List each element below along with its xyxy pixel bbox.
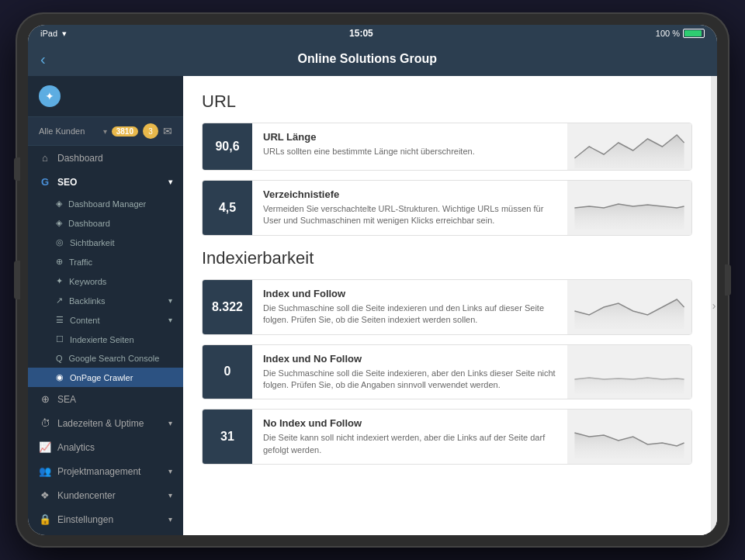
url-laenge-info: URL Länge URLs sollten eine bestimmte Lä… — [252, 123, 567, 170]
content-icon: ☰ — [56, 315, 64, 325]
index-follow-desc: Die Suchmaschine soll die Seite indexier… — [263, 302, 556, 327]
mail-icon[interactable]: ✉ — [163, 125, 172, 137]
sidebar-item-keywords[interactable]: ✦ Keywords — [28, 271, 183, 291]
ipad-frame: iPad ▾ 15:05 100 % ‹ Online Solutions Gr… — [16, 12, 729, 548]
index-nofollow-title: Index und No Follow — [263, 353, 556, 365]
kunden-chevron: ▾ — [168, 491, 172, 500]
sidebar-item-sichtbarkeit[interactable]: ◎ Sichtbarkeit — [28, 233, 183, 252]
traffic-icon: ⊕ — [56, 257, 63, 267]
sidebar-item-analytics[interactable]: 📈 Analytics — [28, 435, 183, 459]
sidebar-item-dashboard-manager[interactable]: ◈ Dashboard Manager — [28, 194, 183, 213]
dropdown-arrow: ▾ — [103, 127, 107, 136]
customer-selector[interactable]: Alle Kunden ▾ 3810 3 ✉ — [28, 117, 183, 146]
projekt-chevron: ▾ — [168, 467, 172, 475]
analytics-icon: 📈 — [39, 441, 51, 453]
sidebar-item-backlinks[interactable]: ↗ Backlinks ▾ — [28, 291, 183, 310]
index-nofollow-desc: Die Suchmaschine soll die Seite indexier… — [263, 368, 556, 392]
seo-icon: G — [39, 176, 51, 188]
indexierbarkeit-section-title: Indexierbarkeit — [202, 248, 692, 268]
sidebar-label-traffic: Traffic — [69, 258, 92, 267]
sidebar-item-traffic[interactable]: ⊕ Traffic — [28, 252, 183, 271]
sidebar-item-sea[interactable]: ⊕ SEA — [28, 387, 183, 411]
right-panel-handle[interactable] — [711, 76, 717, 535]
google-icon: Q — [56, 354, 63, 363]
onpage-icon: ◉ — [56, 372, 64, 382]
volume-button-2 — [14, 157, 20, 181]
sea-icon: ⊕ — [39, 393, 51, 405]
status-left: iPad ▾ — [40, 29, 67, 39]
back-button[interactable]: ‹ — [40, 50, 46, 68]
noindex-follow-score: 31 — [203, 410, 252, 464]
svg-marker-0 — [574, 135, 684, 168]
seo-chevron: ▾ — [168, 178, 172, 186]
main-area: ✦ Alle Kunden ▾ 3810 3 ✉ ⌂ Dashboard — [28, 76, 717, 535]
dashboard-manager-icon: ◈ — [56, 199, 62, 209]
svg-marker-3 — [574, 378, 684, 393]
sichtbarkeit-icon: ◎ — [56, 237, 64, 247]
ladezeiten-icon: ⏱ — [39, 417, 51, 429]
verzeichnistiefe-score: 4,5 — [203, 181, 252, 235]
metric-card-index-follow: 8.322 Index und Follow Die Suchmaschine … — [202, 279, 692, 335]
volume-button — [14, 261, 20, 299]
index-follow-info: Index und Follow Die Suchmaschine soll d… — [252, 280, 567, 334]
url-laenge-desc: URLs sollten eine bestimmte Länge nicht … — [263, 146, 556, 157]
sidebar-item-seo[interactable]: G SEO ▾ — [28, 170, 183, 194]
content-inner: URL 90,6 URL Länge URLs sollten eine bes… — [183, 76, 711, 535]
index-follow-chart — [567, 280, 691, 334]
sidebar-item-kundencenter[interactable]: ❖ Kundencenter ▾ — [28, 483, 183, 507]
verzeichnistiefe-desc: Vermeiden Sie verschachtelte URL-Struktu… — [263, 203, 556, 227]
einstellungen-chevron: ▾ — [168, 515, 172, 524]
sidebar-item-indexierte[interactable]: ☐ Indexierte Seiten — [28, 330, 183, 349]
sidebar-item-dashboard[interactable]: ⌂ Dashboard — [28, 146, 183, 170]
sidebar-label-kunden: Kundencenter — [57, 490, 116, 501]
sidebar-label-content: Content — [70, 316, 100, 325]
sidebar-item-onpage[interactable]: ◉ OnPage Crawler — [28, 368, 183, 387]
backlinks-icon: ↗ — [56, 296, 63, 306]
sidebar-label-dashboard: Dashboard — [57, 153, 103, 164]
noindex-follow-info: No Index und Follow Die Seite kann soll … — [252, 410, 567, 464]
sidebar-label-dashboard-sub: Dashboard — [68, 219, 110, 228]
sidebar-item-projektmanagement[interactable]: 👥 Projektmanagement ▾ — [28, 459, 183, 483]
url-laenge-score: 90,6 — [203, 123, 252, 170]
ipad-screen: iPad ▾ 15:05 100 % ‹ Online Solutions Gr… — [28, 25, 717, 535]
index-nofollow-info: Index und No Follow Die Suchmaschine sol… — [252, 345, 567, 399]
battery-indicator — [683, 29, 705, 38]
dashboard-icon: ⌂ — [39, 152, 51, 164]
sidebar: ✦ Alle Kunden ▾ 3810 3 ✉ ⌂ Dashboard — [28, 76, 183, 535]
sidebar-label-dashboard-manager: Dashboard Manager — [68, 199, 146, 209]
sidebar-item-content[interactable]: ☰ Content ▾ — [28, 310, 183, 330]
sidebar-header: ✦ — [28, 76, 183, 117]
noindex-follow-chart — [567, 410, 691, 464]
verzeichnistiefe-info: Verzeichnistiefe Vermeiden Sie verschach… — [252, 181, 567, 235]
sidebar-item-ladezeiten[interactable]: ⏱ Ladezeiten & Uptime ▾ — [28, 411, 183, 435]
customer-name: Alle Kunden — [39, 126, 99, 136]
top-nav: ‹ Online Solutions Group — [28, 42, 717, 76]
sidebar-label-seo: SEO — [57, 177, 77, 188]
metric-card-index-nofollow: 0 Index und No Follow Die Suchmaschine s… — [202, 344, 692, 400]
sidebar-label-analytics: Analytics — [57, 442, 95, 453]
kunden-icon: ❖ — [39, 489, 51, 501]
badge-count: 3 — [143, 123, 158, 139]
sidebar-item-google-search[interactable]: Q Google Search Console — [28, 349, 183, 368]
home-button[interactable] — [725, 264, 731, 296]
sidebar-label-google: Google Search Console — [69, 354, 160, 363]
content-chevron: ▾ — [168, 316, 172, 324]
sidebar-label-sichtbarkeit: Sichtbarkeit — [70, 238, 114, 247]
sidebar-item-einstellungen[interactable]: 🔒 Einstellungen ▾ — [28, 507, 183, 531]
url-laenge-chart — [567, 123, 691, 170]
battery-percent: 100 % — [656, 29, 680, 38]
metric-card-url-laenge: 90,6 URL Länge URLs sollten eine bestimm… — [202, 123, 692, 171]
keywords-icon: ✦ — [56, 276, 63, 286]
metric-card-noindex-follow: 31 No Index und Follow Die Seite kann so… — [202, 409, 692, 465]
sidebar-label-keywords: Keywords — [69, 277, 106, 286]
index-follow-title: Index und Follow — [263, 288, 556, 299]
top-nav-title: Online Solutions Group — [55, 52, 680, 66]
index-follow-score: 8.322 — [203, 280, 252, 334]
dashboard-sub-icon: ◈ — [56, 218, 62, 228]
content-panel: URL 90,6 URL Länge URLs sollten eine bes… — [183, 76, 711, 535]
sidebar-label-sea: SEA — [57, 394, 76, 405]
sidebar-item-dashboard-sub[interactable]: ◈ Dashboard — [28, 213, 183, 233]
indexierte-icon: ☐ — [56, 334, 64, 344]
battery-fill — [684, 30, 702, 36]
metric-card-verzeichnistiefe: 4,5 Verzeichnistiefe Vermeiden Sie versc… — [202, 180, 692, 236]
